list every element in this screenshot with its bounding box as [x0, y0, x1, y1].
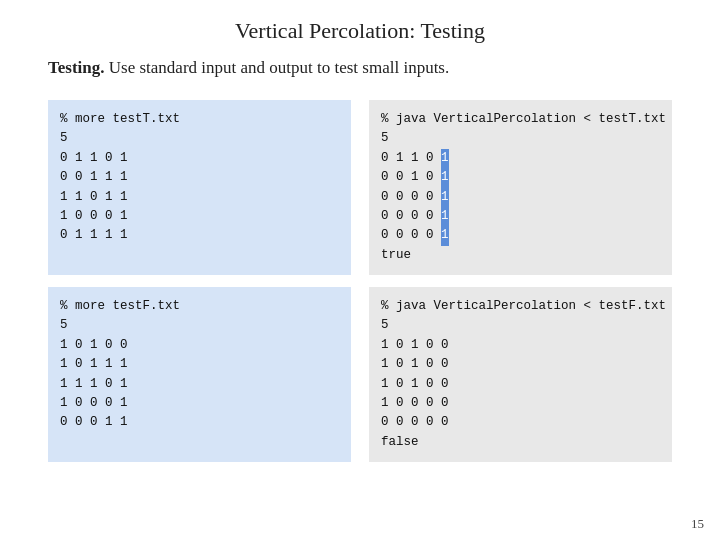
highlight-cell: 1: [441, 188, 449, 207]
highlight-cell: 1: [441, 207, 449, 226]
bottom-right-content: % java VerticalPercolation < testF.txt 5…: [381, 297, 660, 452]
page-title: Vertical Percolation: Testing: [0, 0, 720, 58]
highlight-cell: 1: [441, 226, 449, 245]
top-right-content: % java VerticalPercolation < testT.txt 5…: [381, 110, 660, 265]
highlight-cell: 1: [441, 168, 449, 187]
subtitle-bold: Testing.: [48, 58, 105, 77]
top-right-panel: % java VerticalPercolation < testT.txt 5…: [369, 100, 672, 275]
subtitle: Testing. Use standard input and output t…: [48, 58, 720, 78]
highlight-cell: 1: [441, 149, 449, 168]
subtitle-text: Use standard input and output to test sm…: [105, 58, 450, 77]
page-number: 15: [691, 516, 704, 532]
bottom-left-content: % more testF.txt 5 1 0 1 0 0 1 0 1 1 1 1…: [60, 297, 339, 433]
top-left-panel: % more testT.txt 5 0 1 1 0 1 0 0 1 1 1 1…: [48, 100, 351, 275]
top-left-content: % more testT.txt 5 0 1 1 0 1 0 0 1 1 1 1…: [60, 110, 339, 246]
bottom-right-panel: % java VerticalPercolation < testF.txt 5…: [369, 287, 672, 462]
bottom-left-panel: % more testF.txt 5 1 0 1 0 0 1 0 1 1 1 1…: [48, 287, 351, 462]
